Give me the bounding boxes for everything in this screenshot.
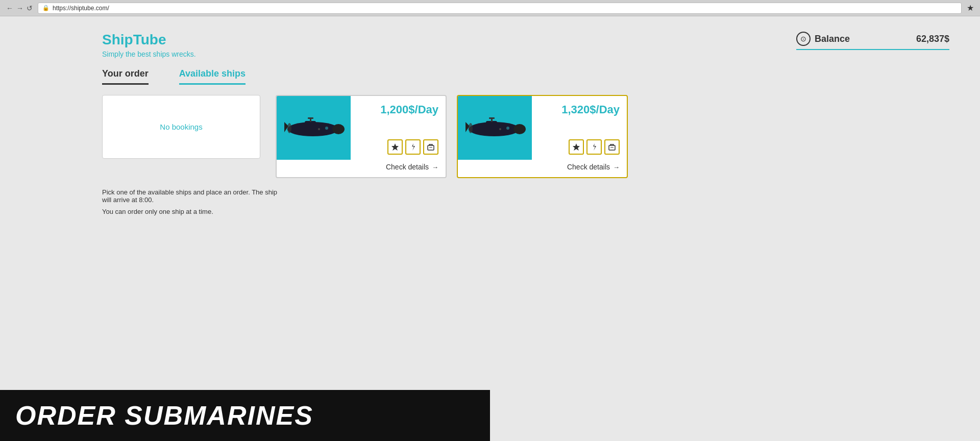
ship-1-feature-icon-3	[423, 139, 438, 155]
ships-section: 1,200$/Day	[276, 95, 628, 178]
svg-marker-22	[573, 143, 580, 151]
ship-card-2-inner: 1,320$/Day	[458, 96, 627, 177]
brand-title: ShipTube	[102, 32, 196, 48]
ship-1-arrow-icon: →	[432, 163, 438, 171]
nav-forward-icon[interactable]: →	[16, 4, 23, 12]
svg-point-2	[332, 124, 345, 134]
ship-1-check-details[interactable]: Check details →	[277, 160, 446, 177]
ship-1-image-row: 1,200$/Day	[277, 96, 446, 160]
balance-amount: 62,837$	[916, 34, 949, 44]
no-bookings-text: No bookings	[160, 122, 202, 131]
svg-rect-18	[489, 117, 495, 119]
ship-2-check-details[interactable]: Check details →	[458, 160, 627, 177]
ship-2-feature-icon-2	[586, 139, 602, 155]
svg-point-20	[499, 128, 501, 130]
svg-point-8	[287, 123, 291, 133]
svg-rect-5	[308, 117, 313, 119]
balance-row: ⊙ Balance 62,837$	[796, 32, 949, 46]
ship-2-icons	[569, 139, 620, 155]
tabs: Your order Available ships	[0, 68, 980, 85]
balance-label: Balance	[815, 34, 850, 44]
ship-1-info: 1,200$/Day	[351, 96, 446, 160]
ship-1-image-bg	[277, 96, 351, 160]
ship-card-1[interactable]: 1,200$/Day	[276, 95, 447, 178]
ship-1-feature-icon-2	[405, 139, 421, 155]
brand: ShipTube Simply the best ships wrecks.	[102, 32, 196, 58]
ship-2-feature-icon-3	[604, 139, 620, 155]
browser-bar: ← → ↺ 🔒 https://shiptube.com/ ★	[0, 0, 980, 16]
ship-2-price: 1,320$/Day	[561, 103, 620, 116]
info-line-2: You can order only one ship at a time.	[102, 208, 286, 215]
svg-point-19	[506, 127, 509, 130]
tab-your-order[interactable]: Your order	[102, 68, 149, 85]
svg-marker-9	[391, 143, 399, 151]
bottom-banner: ORDER SUBMARINES	[0, 390, 490, 441]
ship-1-check-details-label: Check details	[386, 163, 429, 171]
svg-point-15	[513, 124, 526, 134]
ship-1-feature-icon-1	[387, 139, 403, 155]
balance-section: ⊙ Balance 62,837$	[796, 32, 949, 50]
lock-icon: 🔒	[42, 5, 50, 11]
banner-text: ORDER SUBMARINES	[15, 400, 475, 431]
nav-refresh-icon[interactable]: ↺	[27, 4, 33, 12]
ship-2-info: 1,320$/Day	[532, 96, 627, 160]
header: ShipTube Simply the best ships wrecks. ⊙…	[0, 16, 980, 68]
order-panel: No bookings	[102, 95, 260, 159]
balance-label-group: ⊙ Balance	[796, 32, 850, 46]
browser-nav[interactable]: ← → ↺	[6, 4, 33, 12]
ship-2-image-bg	[458, 96, 532, 160]
info-text: Pick one of the available ships and plac…	[0, 178, 980, 215]
ship-2-arrow-icon: →	[613, 163, 620, 171]
balance-icon: ⊙	[796, 32, 811, 46]
svg-point-21	[469, 123, 473, 133]
ship-1-icons	[387, 139, 438, 155]
ship-1-price: 1,200$/Day	[380, 103, 438, 116]
url-text: https://shiptube.com/	[53, 5, 109, 12]
main-content: No bookings	[0, 95, 980, 178]
bookmark-star-icon[interactable]: ★	[967, 3, 974, 13]
balance-underline	[796, 49, 949, 50]
tab-available-ships[interactable]: Available ships	[179, 68, 246, 85]
ship-2-check-details-label: Check details	[567, 163, 610, 171]
svg-marker-23	[593, 143, 596, 151]
ship-card-2[interactable]: 1,320$/Day	[457, 95, 628, 178]
address-bar[interactable]: 🔒 https://shiptube.com/	[38, 3, 962, 14]
nav-back-icon[interactable]: ←	[6, 4, 13, 12]
ship-1-image	[283, 113, 345, 143]
brand-subtitle: Simply the best ships wrecks.	[102, 50, 196, 58]
page: ShipTube Simply the best ships wrecks. ⊙…	[0, 16, 980, 441]
ship-2-image	[464, 113, 526, 143]
info-line-1: Pick one of the available ships and plac…	[102, 188, 286, 204]
svg-point-7	[318, 128, 320, 130]
ship-2-feature-icon-1	[569, 139, 584, 155]
svg-marker-10	[412, 143, 415, 151]
svg-point-6	[325, 127, 328, 130]
ship-2-image-row: 1,320$/Day	[458, 96, 627, 160]
ship-card-1-inner: 1,200$/Day	[277, 96, 446, 177]
